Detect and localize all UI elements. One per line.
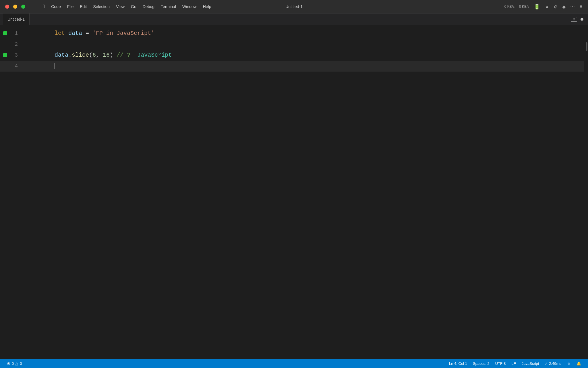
line-ending[interactable]: LF xyxy=(509,359,519,368)
dot-indicator xyxy=(581,18,583,21)
statusbar-left: ⊗ 0 △ 0 xyxy=(0,359,446,368)
editor-scrollbar[interactable] xyxy=(584,25,588,359)
menu-debug[interactable]: Debug xyxy=(140,3,157,10)
close-button[interactable] xyxy=(5,5,9,9)
statusbar: ⊗ 0 △ 0 Ln 4, Col 1 Spaces: 2 UTF-8 LF J… xyxy=(0,359,588,368)
var-data: data xyxy=(68,30,82,37)
menu-terminal[interactable]: Terminal xyxy=(158,3,179,10)
cursor-position[interactable]: Ln 4, Col 1 xyxy=(446,359,470,368)
warning-icon: △ xyxy=(15,361,18,366)
notifications-bell[interactable]: 🔔 xyxy=(574,359,584,368)
op-equals: = xyxy=(82,30,92,37)
menu-window[interactable]: Window xyxy=(179,3,200,10)
smiley-button[interactable]: ☺ xyxy=(564,359,574,368)
dots-icon: ··· xyxy=(570,4,575,9)
maximize-button[interactable] xyxy=(21,5,25,9)
list-icon: ≡ xyxy=(580,4,582,9)
line-indicator-1 xyxy=(3,31,7,35)
num-6: 6 xyxy=(92,52,96,58)
indentation[interactable]: Spaces: 2 xyxy=(470,359,492,368)
titlebar:  Code File Edit Selection View Go Debug… xyxy=(0,0,588,14)
text-cursor xyxy=(55,63,55,69)
split-editor-icon[interactable]: ⊟ xyxy=(571,17,577,22)
gutter-1 xyxy=(0,31,10,35)
tab-bar: Untitled-1 ⊟ xyxy=(0,14,588,25)
keyword-let: let xyxy=(55,30,68,37)
paren-open: ( xyxy=(89,52,92,58)
wifi-icon: ▲ xyxy=(545,4,549,9)
menu-file[interactable]: File xyxy=(64,3,77,10)
tab-actions: ⊟ xyxy=(571,17,588,22)
comment-text: // ? xyxy=(113,52,134,58)
line-indicator-3 xyxy=(3,53,7,57)
comma: , xyxy=(96,52,103,58)
string-value: 'FP in JavaScript' xyxy=(92,30,154,37)
minimize-button[interactable] xyxy=(13,5,17,9)
error-count: 0 xyxy=(12,361,14,366)
line-number-1: 1 xyxy=(10,28,25,39)
menu-help[interactable]: Help xyxy=(200,3,214,10)
traffic-lights xyxy=(0,5,34,9)
menu-go[interactable]: Go xyxy=(128,3,139,10)
var-data-2: data xyxy=(55,52,68,58)
battery-icon: 🔋 xyxy=(534,3,540,10)
language-mode[interactable]: JavaScript xyxy=(519,359,542,368)
editor-main[interactable]: 1 let data = 'FP in JavaScript' 2 3 data… xyxy=(0,25,584,359)
gutter-3 xyxy=(0,53,10,57)
errors-indicator[interactable]: ⊗ 0 △ 0 xyxy=(4,359,25,368)
profile-icon: ◆ xyxy=(562,4,566,9)
paren-close: ) xyxy=(110,52,113,58)
network-upload: 0 KB/s xyxy=(504,5,514,9)
menu-code[interactable]: Code xyxy=(48,3,63,10)
line-number-4: 4 xyxy=(10,61,25,72)
line-content-4 xyxy=(25,50,55,83)
encoding[interactable]: UTF-8 xyxy=(492,359,509,368)
titlebar-right-controls: 0 KB/s 0 KB/s 🔋 ▲ ⊘ ◆ ··· ≡ xyxy=(504,3,588,10)
menu-view[interactable]: View xyxy=(113,3,127,10)
result-value: JavaScript xyxy=(134,52,172,58)
timing: ✓ 2.49ms xyxy=(542,359,564,368)
menu-selection[interactable]: Selection xyxy=(90,3,113,10)
fn-slice: slice xyxy=(72,52,89,58)
editor-container: 1 let data = 'FP in JavaScript' 2 3 data… xyxy=(0,25,588,359)
menu-edit[interactable]: Edit xyxy=(77,3,90,10)
menu-bar:  Code File Edit Selection View Go Debug… xyxy=(34,3,504,10)
window-title: Untitled-1 xyxy=(285,4,303,9)
warning-count: 0 xyxy=(20,361,22,366)
network-download: 0 KB/s xyxy=(519,5,529,9)
no-sign-icon: ⊘ xyxy=(554,4,558,9)
code-line-1: 1 let data = 'FP in JavaScript' xyxy=(0,28,584,39)
code-line-3: 3 data.slice(6, 16) // ? JavaScript xyxy=(0,50,584,61)
apple-menu[interactable]:  xyxy=(40,4,48,9)
statusbar-right: Ln 4, Col 1 Spaces: 2 UTF-8 LF JavaScrip… xyxy=(446,359,588,368)
line-number-3: 3 xyxy=(10,50,25,61)
error-icon: ⊗ xyxy=(7,361,10,366)
dot: . xyxy=(68,52,72,58)
tab-untitled[interactable]: Untitled-1 xyxy=(3,14,30,25)
line-number-2: 2 xyxy=(10,39,25,50)
scrollbar-thumb[interactable] xyxy=(586,42,587,51)
num-16: 16 xyxy=(103,52,110,58)
tab-label: Untitled-1 xyxy=(7,17,25,22)
